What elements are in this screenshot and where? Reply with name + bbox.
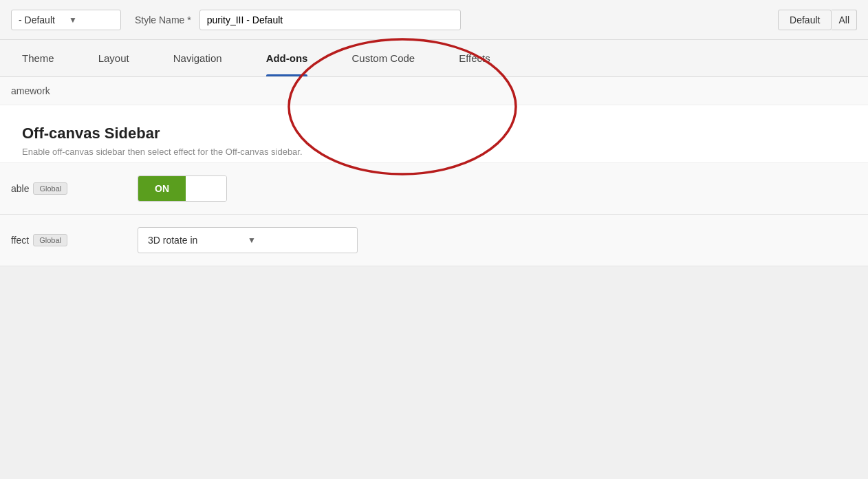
all-button[interactable]: All xyxy=(832,10,857,30)
tab-addons[interactable]: Add-ons xyxy=(244,40,330,76)
section-header: Off-canvas Sidebar Enable off-canvas sid… xyxy=(0,105,868,163)
toggle-switch[interactable]: ON xyxy=(138,175,227,202)
effect-global-badge[interactable]: Global xyxy=(33,234,67,246)
style-dropdown-label: - Default xyxy=(19,14,63,25)
effect-row: ffect Global 3D rotate in ▼ xyxy=(0,215,868,266)
style-name-input[interactable] xyxy=(199,10,461,30)
tab-navigation: Theme Layout Navigation Add-ons Custom C… xyxy=(0,40,868,77)
tab-custom-code[interactable]: Custom Code xyxy=(329,40,437,76)
style-name-label: Style Name * xyxy=(135,14,191,25)
enable-label-area: able Global xyxy=(0,182,110,195)
enable-row: able Global ON xyxy=(0,163,868,215)
effect-label: ffect xyxy=(11,235,29,246)
enable-label: able xyxy=(11,183,29,194)
toggle-on-label: ON xyxy=(138,176,186,201)
style-dropdown[interactable]: - Default ▼ xyxy=(11,10,121,30)
effect-control: 3D rotate in ▼ xyxy=(110,227,868,253)
tab-navigation[interactable]: Navigation xyxy=(151,40,244,76)
default-button[interactable]: Default xyxy=(778,10,832,30)
tab-layout[interactable]: Layout xyxy=(76,40,151,76)
tab-theme[interactable]: Theme xyxy=(0,40,76,76)
effect-label-area: ffect Global xyxy=(0,234,110,246)
top-bar: - Default ▼ Style Name * Default All xyxy=(0,0,868,40)
enable-global-badge[interactable]: Global xyxy=(33,182,67,195)
section-description: Enable off-canvas sidebar then select ef… xyxy=(22,147,846,157)
top-bar-right: Default All xyxy=(778,10,857,30)
effect-dropdown[interactable]: 3D rotate in ▼ xyxy=(138,227,358,253)
settings-rows: able Global ON ffect Global 3D rotate in… xyxy=(0,163,868,266)
framework-label: amework xyxy=(0,77,868,105)
enable-control: ON xyxy=(110,175,868,202)
main-content: Off-canvas Sidebar Enable off-canvas sid… xyxy=(0,105,868,266)
section-title: Off-canvas Sidebar xyxy=(22,125,846,142)
tab-effects[interactable]: Effects xyxy=(437,40,512,76)
chevron-down-icon: ▼ xyxy=(248,235,347,245)
toggle-off-area xyxy=(186,176,226,201)
effect-select-value: 3D rotate in xyxy=(148,235,248,246)
chevron-down-icon: ▼ xyxy=(69,15,113,25)
